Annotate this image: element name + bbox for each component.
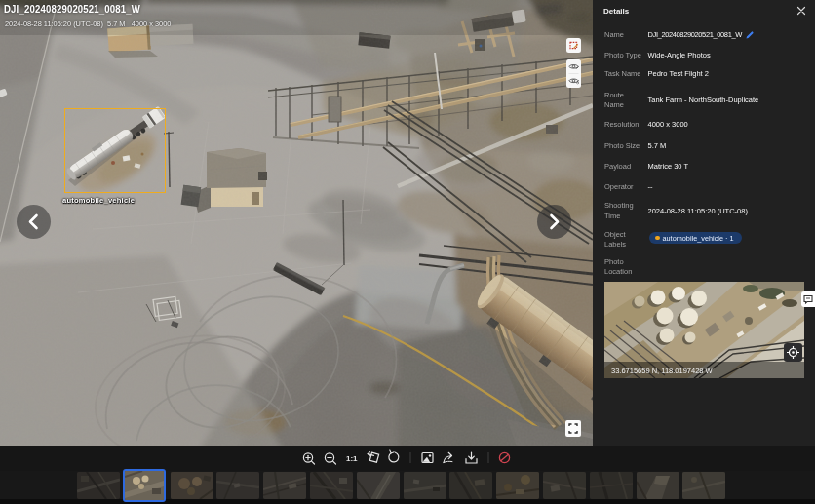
svg-text:33.6715659 N, 118.0197428 W: 33.6715659 N, 118.0197428 W (611, 367, 714, 375)
svg-text:1:1: 1:1 (346, 454, 358, 463)
